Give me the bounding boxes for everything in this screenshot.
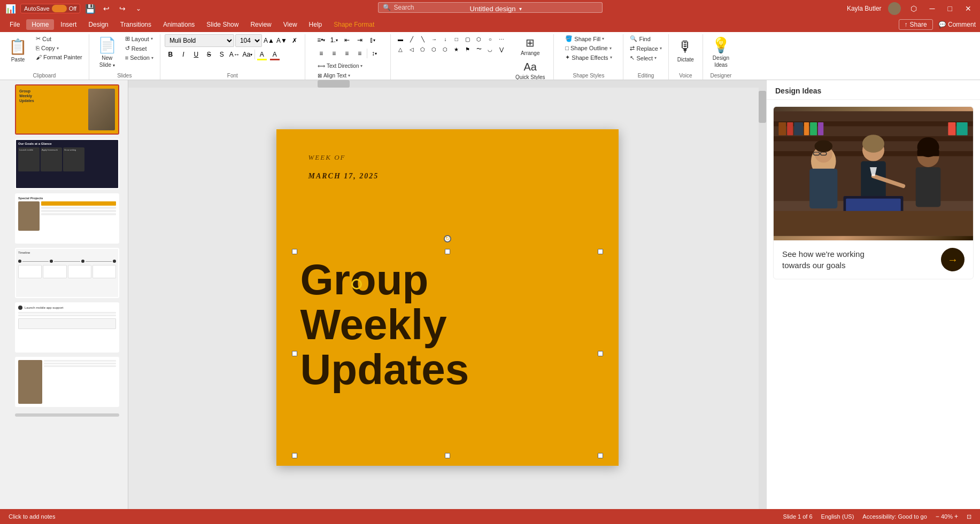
shape-pentagon[interactable]: ⬠: [418, 44, 428, 54]
search-bar[interactable]: 🔍: [378, 2, 603, 13]
maximize-button[interactable]: □: [945, 3, 955, 14]
shape-triangle[interactable]: △: [395, 44, 406, 54]
arrange-button[interactable]: ⊞ Arrange: [511, 34, 550, 58]
zoom-in-button[interactable]: +: [954, 513, 958, 520]
status-notes-placeholder[interactable]: Click to add notes: [9, 513, 775, 520]
shape-star[interactable]: ★: [451, 44, 462, 54]
highlight-button[interactable]: A: [256, 49, 268, 60]
shape-more[interactable]: ⋯: [496, 34, 507, 44]
canvas-hscroll-thumb[interactable]: [318, 80, 350, 88]
menu-file[interactable]: File: [4, 19, 25, 30]
design-card-arrow-button[interactable]: →: [941, 248, 964, 271]
canvas-area[interactable]: WEEK OF MARCH 17, 2025: [128, 80, 766, 509]
text-direction-button[interactable]: ⟺ Text Direction ▾: [315, 62, 365, 70]
design-ideas-button[interactable]: 💡 Design Ideas: [707, 34, 735, 70]
slide-2-thumb[interactable]: Our Goals at a Glance Launch mobile Appl…: [15, 139, 119, 189]
align-center-button[interactable]: ≡: [328, 48, 340, 59]
zoom-controls[interactable]: − 40% +: [936, 513, 958, 520]
text-selection-container[interactable]: Group Weekly Updates: [295, 252, 600, 455]
handle-top-center[interactable]: [445, 249, 450, 254]
rotate-handle[interactable]: [444, 235, 451, 243]
menu-help[interactable]: Help: [304, 19, 328, 30]
shape-arrow-right[interactable]: →: [429, 34, 439, 44]
decrease-font-button[interactable]: A▼: [276, 35, 288, 46]
italic-button[interactable]: I: [178, 49, 189, 60]
comment-button[interactable]: 💬 Comment: [938, 21, 976, 28]
new-slide-button[interactable]: 📄 New Slide ▾: [94, 34, 121, 70]
zoom-out-button[interactable]: −: [936, 513, 939, 520]
shape-effects-button[interactable]: ✦ Shape Effects ▾: [563, 53, 614, 62]
align-right-button[interactable]: ≡: [341, 48, 353, 59]
replace-button[interactable]: ⇄ Replace ▾: [628, 44, 663, 53]
columns-button[interactable]: ⫿▾: [367, 34, 379, 46]
design-card-1[interactable]: See how we're working towards our goals …: [773, 106, 974, 279]
char-spacing-button[interactable]: A↔: [229, 49, 241, 60]
slide-4-thumb[interactable]: Timeline: [15, 248, 119, 298]
dictate-button[interactable]: 🎙 Dictate: [673, 34, 698, 66]
shape-wave[interactable]: 〜: [474, 44, 484, 54]
cut-button[interactable]: ✂ Cut: [34, 34, 84, 43]
menu-insert[interactable]: Insert: [55, 19, 82, 30]
shape-arrow-down[interactable]: ↓: [440, 34, 451, 44]
underline-button[interactable]: U: [190, 49, 202, 60]
shape-outline-button[interactable]: □ Shape Outline ▾: [563, 44, 614, 52]
fit-slide-button[interactable]: ⊡: [967, 513, 971, 520]
handle-bottom-left[interactable]: [292, 453, 297, 458]
shape-line[interactable]: ╱: [406, 34, 417, 44]
shape-rounded-rect[interactable]: ▢: [462, 34, 473, 44]
canvas-hscroll[interactable]: [128, 80, 759, 88]
slide-1-thumb[interactable]: GroupWeeklyUpdates: [15, 84, 119, 135]
align-text-button[interactable]: ⊠ Align Text ▾: [315, 72, 352, 80]
bold-button[interactable]: B: [165, 49, 176, 60]
paste-button[interactable]: 📋 Paste: [4, 34, 32, 66]
shape-oct[interactable]: ⬡: [440, 44, 451, 54]
handle-bottom-right[interactable]: [598, 453, 603, 458]
format-painter-button[interactable]: 🖌 Format Painter: [34, 53, 84, 61]
change-case-button[interactable]: Aa▾: [242, 49, 253, 60]
menu-review[interactable]: Review: [245, 19, 276, 30]
redo-button[interactable]: ↪: [117, 3, 128, 14]
font-color-button[interactable]: A: [269, 49, 281, 60]
font-size-selector[interactable]: 104: [235, 34, 262, 47]
save-button[interactable]: 💾: [84, 3, 96, 14]
shape-down2[interactable]: ⋁: [496, 44, 507, 54]
autosave-badge[interactable]: AutoSave Off: [20, 4, 80, 13]
quick-styles-button[interactable]: Aa Quick Styles: [511, 59, 550, 80]
menu-slideshow[interactable]: Slide Show: [201, 19, 244, 30]
layout-button[interactable]: ⊞ Layout ▾: [123, 34, 156, 43]
handle-top-left[interactable]: [292, 249, 297, 254]
decrease-indent-button[interactable]: ⇤: [341, 34, 353, 46]
shape-curved[interactable]: ◡: [485, 44, 496, 54]
menu-view[interactable]: View: [278, 19, 303, 30]
canvas-vscroll[interactable]: [759, 80, 766, 509]
shape-snip[interactable]: ⬡: [474, 34, 484, 44]
shape-flag[interactable]: ⚑: [462, 44, 473, 54]
justify-button[interactable]: ≡: [354, 48, 366, 59]
shape-diagonal[interactable]: ╲: [418, 34, 428, 44]
select-button[interactable]: ↖ Select ▾: [628, 53, 663, 62]
handle-middle-right[interactable]: [598, 351, 603, 356]
menu-shape-format[interactable]: Shape Format: [328, 19, 380, 30]
menu-design[interactable]: Design: [83, 19, 113, 30]
menu-home[interactable]: Home: [26, 19, 54, 30]
font-family-selector[interactable]: Muli Bold: [165, 34, 234, 47]
undo-button[interactable]: ↩: [101, 3, 112, 14]
slide-6-thumb[interactable]: [15, 357, 119, 407]
autosave-toggle[interactable]: [52, 5, 67, 12]
strikethrough-button[interactable]: S: [203, 49, 215, 60]
slide-canvas[interactable]: WEEK OF MARCH 17, 2025: [276, 129, 619, 466]
copy-button[interactable]: ⎘ Copy ▾: [34, 44, 84, 52]
increase-font-button[interactable]: A▲: [263, 35, 275, 46]
line-spacing-button[interactable]: ↕▾: [368, 48, 380, 59]
increase-indent-button[interactable]: ⇥: [354, 34, 366, 46]
handle-middle-left[interactable]: [292, 351, 297, 356]
handle-top-right[interactable]: [598, 249, 603, 254]
customize-button[interactable]: ⌄: [133, 3, 144, 14]
menu-animations[interactable]: Animations: [158, 19, 200, 30]
shape-rect[interactable]: ▬: [395, 34, 406, 44]
clear-format-button[interactable]: ✗: [289, 35, 300, 46]
section-button[interactable]: ≡ Section ▾: [123, 53, 156, 62]
shape-rect2[interactable]: □: [451, 34, 462, 44]
shape-rtriangle[interactable]: ◁: [406, 44, 417, 54]
find-button[interactable]: 🔍 Find: [628, 34, 663, 43]
